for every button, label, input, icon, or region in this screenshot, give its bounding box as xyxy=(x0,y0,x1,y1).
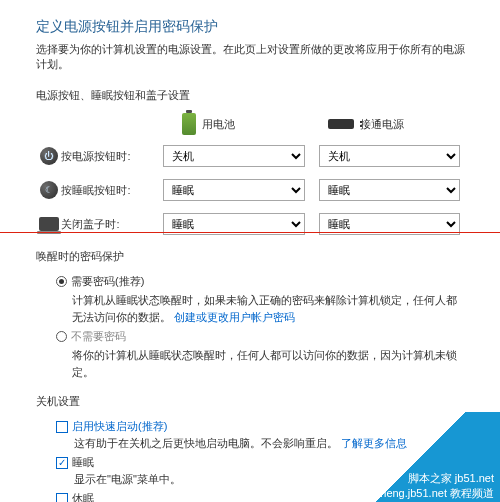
power-button-icon: ⏻ xyxy=(40,147,58,165)
no-password-label: 不需要密码 xyxy=(71,329,126,344)
radio-icon xyxy=(56,276,67,287)
sleep-button-icon: ☾ xyxy=(40,181,58,199)
sleep-button-plugged-select[interactable]: 睡眠 xyxy=(319,179,460,201)
power-button-battery-select[interactable]: 关机 xyxy=(163,145,304,167)
row-sleep-button: ☾ 按睡眠按钮时: 睡眠 睡眠 xyxy=(36,179,474,201)
row-close-lid: 关闭盖子时: 睡眠 睡眠 xyxy=(36,213,474,235)
close-lid-label: 关闭盖子时: xyxy=(61,217,163,232)
page-title: 定义电源按钮并启用密码保护 xyxy=(36,18,474,36)
power-columns-header: 用电池 接通电源 xyxy=(36,113,474,135)
hibernate-checkbox-label: 休眠 xyxy=(72,491,94,502)
sleep-button-battery-select[interactable]: 睡眠 xyxy=(163,179,304,201)
wake-password-heading: 唤醒时的密码保护 xyxy=(36,249,474,264)
plugged-label: 接通电源 xyxy=(360,117,404,132)
sleep-button-label: 按睡眠按钮时: xyxy=(61,183,163,198)
radio-icon xyxy=(56,331,67,342)
power-button-plugged-select[interactable]: 关机 xyxy=(319,145,460,167)
require-password-label: 需要密码(推荐) xyxy=(71,274,144,289)
close-lid-battery-select[interactable]: 睡眠 xyxy=(163,213,304,235)
require-password-desc: 计算机从睡眠状态唤醒时，如果未输入正确的密码来解除计算机锁定，任何人都无法访问你… xyxy=(72,292,460,325)
row-power-button: ⏻ 按电源按钮时: 关机 关机 xyxy=(36,145,474,167)
checkbox-icon xyxy=(56,421,68,433)
battery-icon xyxy=(182,113,196,135)
radio-no-password[interactable]: 不需要密码 xyxy=(56,329,474,344)
radio-require-password[interactable]: 需要密码(推荐) xyxy=(56,274,474,289)
checkbox-icon: ✓ xyxy=(56,457,68,469)
page-subtitle: 选择要为你的计算机设置的电源设置。在此页上对设置所做的更改将应用于你所有的电源计… xyxy=(36,42,474,72)
shutdown-settings-heading: 关机设置 xyxy=(36,394,474,409)
battery-label: 用电池 xyxy=(202,117,235,132)
checkbox-icon xyxy=(56,493,68,503)
sleep-checkbox-label: 睡眠 xyxy=(72,455,94,470)
fast-startup-label: 启用快速启动(推荐) xyxy=(72,419,167,434)
watermark-text: 脚本之家 jb51.net jiaocheng.jb51.net 教程频道 xyxy=(358,471,494,500)
create-change-password-link[interactable]: 创建或更改用户帐户密码 xyxy=(174,311,295,323)
watermark-corner: 脚本之家 jb51.net jiaocheng.jb51.net 教程频道 xyxy=(350,412,500,502)
close-lid-plugged-select[interactable]: 睡眠 xyxy=(319,213,460,235)
laptop-lid-icon xyxy=(39,217,59,231)
no-password-desc: 将你的计算机从睡眠状态唤醒时，任何人都可以访问你的数据，因为计算机未锁定。 xyxy=(72,347,460,380)
plug-icon xyxy=(328,119,354,129)
power-button-label: 按电源按钮时: xyxy=(61,149,163,164)
buttons-lid-heading: 电源按钮、睡眠按钮和盖子设置 xyxy=(36,88,474,103)
